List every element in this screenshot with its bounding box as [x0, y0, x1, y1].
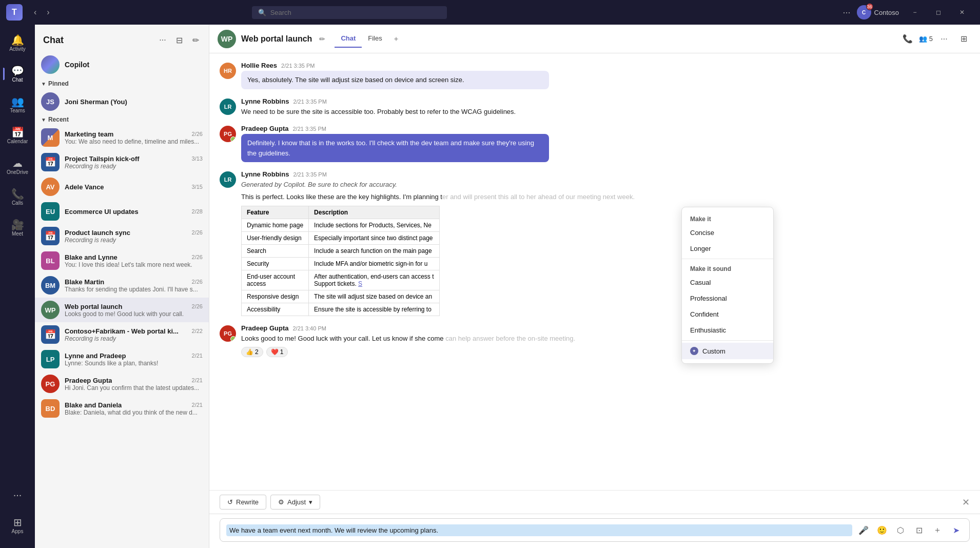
pinned-arrow: ▼ — [41, 81, 46, 87]
nav-back[interactable]: ‹ — [31, 6, 40, 19]
sidebar-item-chat[interactable]: 💬 Chat — [3, 60, 32, 88]
onedrive-icon: ☁ — [12, 158, 23, 168]
menu-item-custom[interactable]: ✦ Custom — [682, 343, 773, 359]
date: 2/26 — [192, 279, 203, 285]
sidebar-item-calendar[interactable]: 📅 Calendar — [3, 121, 32, 150]
table-row: Dynamic home pageInclude sections for Pr… — [242, 219, 440, 232]
copilot-note: Generated by Copilot. Be sure to check f… — [241, 180, 970, 190]
menu-item-longer[interactable]: Longer — [682, 241, 773, 257]
chat-expand-btn[interactable]: ⊞ — [955, 31, 972, 47]
msg-avatar: HR — [220, 63, 236, 79]
rewrite-icon: ↺ — [227, 498, 233, 506]
filter-button[interactable]: ⊟ — [172, 33, 186, 47]
chat-title: Web portal launch — [241, 34, 312, 44]
search-input[interactable] — [270, 9, 441, 16]
dictate-btn[interactable]: 🎤 — [856, 523, 871, 537]
recent-section-header[interactable]: ▼ Recent — [35, 114, 209, 125]
recent-arrow: ▼ — [41, 117, 46, 123]
message-input[interactable] — [226, 524, 852, 536]
sidebar-item-teams[interactable]: 👥 Teams — [3, 90, 32, 119]
top-right-actions: ··· 36 C Contoso − ◻ ✕ — [841, 0, 974, 25]
attach-btn[interactable]: ＋ — [930, 523, 945, 537]
teams-icon: 👥 — [11, 96, 24, 107]
more-options-btn[interactable]: ··· — [841, 5, 853, 20]
avatar: JS — [41, 92, 60, 111]
avatar: BM — [41, 276, 60, 295]
preview: Hi Joni. Can you confirm that the latest… — [65, 384, 203, 392]
avatar: 📅 — [41, 325, 60, 344]
minimize-btn[interactable]: − — [903, 0, 927, 25]
msg-sender: Pradeep Gupta — [241, 125, 288, 132]
chat-more-btn[interactable]: ··· — [936, 31, 952, 47]
tab-chat[interactable]: Chat — [335, 30, 362, 48]
emoji-btn[interactable]: 🙂 — [875, 523, 889, 537]
sidebar-item-apps[interactable]: ⊞ Apps — [3, 511, 32, 540]
adjust-icon: ⚙ — [278, 498, 284, 506]
avatar: 📅 — [41, 153, 60, 171]
sidebar-item-calls[interactable]: 📞 Calls — [3, 183, 32, 211]
copilot-item[interactable]: Copilot — [35, 51, 209, 78]
avatar: LP — [41, 350, 60, 368]
list-item[interactable]: 📅 Product launch sync 2/26 Recording is … — [35, 224, 209, 248]
sidebar-item-meet[interactable]: 🎥 Meet — [3, 213, 32, 242]
table-row: Responsive designThe site will adjust si… — [242, 290, 440, 303]
list-item[interactable]: JS Joni Sherman (You) — [35, 89, 209, 114]
reaction-heart[interactable]: ❤️ 1 — [266, 347, 288, 357]
menu-item-enthusiastic[interactable]: Enthusiastic — [682, 322, 773, 338]
menu-item-confident[interactable]: Confident — [682, 306, 773, 322]
sidebar-item-activity[interactable]: 🔔 Activity — [3, 29, 32, 57]
user-name: Contoso — [874, 9, 899, 16]
avatar: BD — [41, 399, 60, 418]
menu-item-professional[interactable]: Professional — [682, 290, 773, 306]
close-btn[interactable]: ✕ — [950, 0, 974, 25]
list-item[interactable]: BM Blake Martin 2/26 Thanks for sending … — [35, 273, 209, 298]
msg-sender: Pradeep Gupta — [241, 324, 288, 332]
msg-text: Looks good to me! Good luck with your ca… — [241, 334, 970, 344]
list-item[interactable]: LP Lynne and Pradeep 2/21 Lynne: Sounds … — [35, 347, 209, 371]
list-item[interactable]: AV Adele Vance 3/15 — [35, 174, 209, 199]
gif-btn[interactable]: ⊡ — [912, 523, 926, 537]
add-tab-btn[interactable]: ＋ — [388, 30, 404, 48]
list-item[interactable]: WP Web portal launch 2/26 Looks good to … — [35, 298, 209, 322]
date: 2/21 — [192, 353, 203, 359]
list-item[interactable]: BD Blake and Daniela 2/21 Blake: Daniela… — [35, 396, 209, 421]
menu-item-concise[interactable]: Concise — [682, 225, 773, 241]
close-rewrite-btn[interactable]: ✕ — [962, 497, 970, 508]
tab-files[interactable]: Files — [362, 30, 388, 48]
table-header: Description — [309, 206, 439, 219]
reaction-emoji: 👍 — [246, 348, 253, 356]
user-avatar-container[interactable]: 36 C Contoso — [857, 5, 899, 19]
contact-name: Blake and Lynne — [65, 253, 117, 261]
participants-count[interactable]: 👥 5 — [919, 35, 933, 43]
menu-item-casual[interactable]: Casual — [682, 275, 773, 290]
restore-btn[interactable]: ◻ — [927, 0, 950, 25]
nav-forward[interactable]: › — [44, 6, 52, 19]
rewrite-button[interactable]: ↺ Rewrite — [220, 495, 266, 510]
list-item[interactable]: 📅 Project Tailspin kick-off 3/13 Recordi… — [35, 150, 209, 174]
recent-label: Recent — [48, 116, 69, 123]
table-row: End-user accountaccessAfter authenticati… — [242, 270, 440, 290]
reaction-thumbs-up[interactable]: 👍 2 — [241, 347, 263, 357]
list-item[interactable]: M Marketing team 2/26 You: We also need … — [35, 125, 209, 150]
list-item[interactable]: BL Blake and Lynne 2/26 You: I love this… — [35, 248, 209, 273]
list-item[interactable]: 📅 Contoso+Fabrikam - Web portal ki... 2/… — [35, 322, 209, 347]
adjust-button[interactable]: ⚙ Adjust ▾ — [270, 495, 320, 510]
new-chat-button[interactable]: ✏ — [188, 33, 203, 47]
sidebar-item-onedrive[interactable]: ☁ OneDrive — [3, 152, 32, 181]
menu-divider — [682, 259, 773, 259]
send-btn[interactable]: ➤ — [949, 523, 963, 537]
message-group: PG Pradeep Gupta 2/21 3:35 PM Definitely… — [220, 125, 970, 162]
call-btn[interactable]: 📞 — [899, 31, 916, 47]
contact-name: Product launch sync — [65, 229, 130, 237]
edit-chat-title-icon[interactable]: ✏ — [319, 35, 325, 43]
sidebar-item-more[interactable]: ··· — [3, 480, 32, 509]
notification-badge: 36 — [866, 3, 873, 10]
list-item[interactable]: EU Ecommerce UI updates 2/28 — [35, 199, 209, 224]
list-item[interactable]: PG Pradeep Gupta 2/21 Hi Joni. Can you c… — [35, 371, 209, 396]
custom-icon: ✦ — [690, 347, 698, 355]
sticker-btn[interactable]: ⬡ — [893, 523, 908, 537]
meet-icon: 🎥 — [11, 220, 24, 230]
pinned-section-header[interactable]: ▼ Pinned — [35, 78, 209, 89]
copilot-avatar — [41, 55, 60, 74]
more-options-button[interactable]: ··· — [155, 33, 170, 47]
